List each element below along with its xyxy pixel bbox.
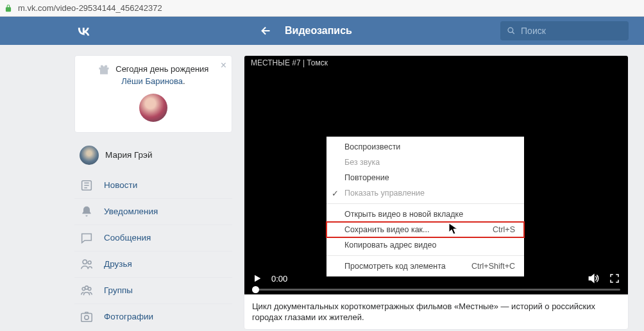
browser-address-bar: m.vk.com/video-29534144_456242372 (0, 0, 644, 17)
ctx-separator (326, 255, 524, 256)
nav-item-friends[interactable]: Друзья (74, 251, 232, 277)
video-title: МЕСТНЫЕ #7 | Томск (244, 56, 628, 71)
check-icon: ✓ (332, 189, 339, 198)
vk-header: Видеозапись (0, 17, 644, 45)
nav-item-news[interactable]: Новости (74, 173, 232, 198)
friends-icon (80, 257, 94, 271)
nav-label: Фотографии (104, 312, 153, 321)
address-url[interactable]: m.vk.com/video-29534144_456242372 (18, 3, 162, 13)
ctx-item-play[interactable]: Воспроизвести (326, 139, 524, 155)
nav-item-messages[interactable]: Сообщения (74, 225, 232, 251)
photos-icon (80, 310, 94, 324)
search-input[interactable] (521, 26, 622, 36)
video-card: МЕСТНЫЕ #7 | Томск 0:00 В (244, 55, 629, 330)
groups-icon (80, 284, 94, 298)
birthday-person-link[interactable]: Лёши Баринова (121, 76, 183, 86)
search-box[interactable] (500, 21, 629, 40)
birthday-text: Сегодня день рождения Лёши Баринова. (84, 64, 223, 87)
ctx-item-inspect[interactable]: Просмотреть код элемента Ctrl+Shift+C (326, 259, 524, 274)
nav-label: Уведомления (104, 207, 158, 216)
nav-label: Друзья (104, 259, 132, 269)
profile-name: Мария Грэй (105, 150, 153, 160)
ctx-item-mute: Без звука (326, 155, 524, 170)
ctx-separator (326, 203, 524, 204)
nav-item-notifications[interactable]: Уведомления (74, 198, 232, 225)
news-icon (80, 178, 94, 192)
nav-list: Новости Уведомления Сообщения Друзья Гру… (74, 173, 232, 330)
ctx-item-open-new-tab[interactable]: Открыть видео в новой вкладке (326, 207, 524, 222)
gift-icon (98, 64, 110, 76)
search-icon (507, 26, 516, 36)
progress-bar[interactable] (252, 289, 620, 291)
svg-point-0 (508, 28, 513, 33)
left-column: × Сегодня день рождения Лёши Баринова. М… (74, 55, 232, 330)
ctx-shortcut: Ctrl+Shift+C (471, 262, 515, 271)
back-button[interactable] (259, 24, 273, 38)
video-time: 0:00 (271, 274, 287, 284)
bell-icon (80, 205, 94, 219)
ctx-item-show-controls: ✓Показать управление (326, 185, 524, 201)
ctx-item-save-video-as[interactable]: Сохранить видео как... Ctrl+S (326, 222, 524, 237)
nav-item-photos[interactable]: Фотографии (74, 303, 232, 330)
close-icon[interactable]: × (221, 60, 226, 71)
nav-item-groups[interactable]: Группы (74, 277, 232, 303)
nav-label: Группы (104, 285, 133, 295)
message-icon (80, 231, 94, 245)
arrow-left-icon (259, 24, 273, 38)
progress-thumb[interactable] (252, 286, 259, 293)
page-title: Видеозапись (285, 25, 352, 37)
svg-point-3 (88, 260, 91, 264)
video-description: Цикл документальных короткометражных фил… (244, 294, 628, 329)
fullscreen-icon[interactable] (609, 273, 620, 284)
content-area: × Сегодня день рождения Лёши Баринова. М… (0, 45, 644, 331)
birthday-avatar[interactable] (139, 94, 167, 122)
video-player[interactable]: 0:00 Воспроизвести Без звука Повторение … (244, 71, 628, 294)
birthday-line1: Сегодня день рождения (115, 64, 208, 74)
lock-icon (4, 4, 13, 13)
svg-point-8 (85, 315, 89, 319)
svg-rect-7 (81, 313, 92, 321)
vk-logo-icon[interactable] (74, 22, 92, 40)
nav-label: Сообщения (104, 233, 151, 242)
right-column: МЕСТНЫЕ #7 | Томск 0:00 В (244, 55, 629, 330)
svg-point-2 (83, 260, 87, 264)
avatar (80, 146, 99, 165)
birthday-card: × Сегодня день рождения Лёши Баринова. (74, 55, 232, 133)
ctx-item-copy-video-url[interactable]: Копировать адрес видео (326, 237, 524, 253)
svg-point-6 (85, 285, 88, 289)
cursor-icon (448, 223, 459, 235)
ctx-shortcut: Ctrl+S (493, 225, 515, 234)
context-menu: Воспроизвести Без звука Повторение ✓Пока… (326, 137, 524, 276)
volume-icon[interactable] (587, 272, 600, 285)
nav-label: Новости (104, 180, 137, 190)
play-icon[interactable] (252, 273, 262, 284)
profile-link[interactable]: Мария Грэй (74, 142, 232, 169)
ctx-item-loop[interactable]: Повторение (326, 170, 524, 185)
